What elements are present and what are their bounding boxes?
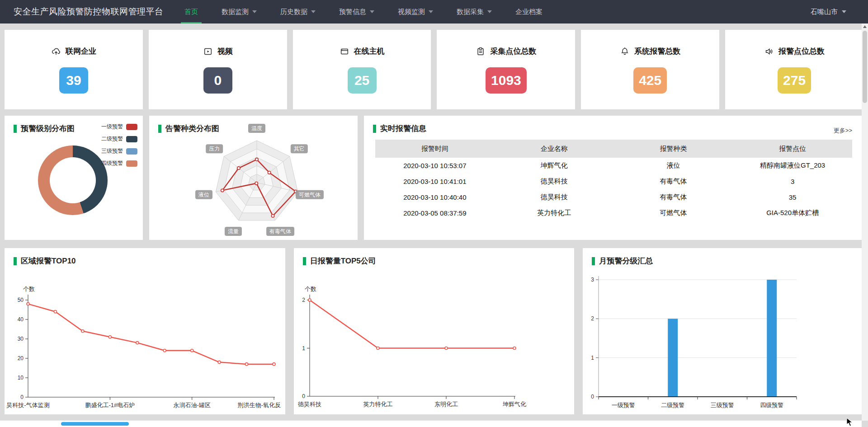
donut-legend: 一级预警二级预警三级预警四级预警 xyxy=(101,123,137,167)
bottom-row: 区域报警TOP10 01020304050个数昊科技-气体监测鹏盛化工-1#电石… xyxy=(5,248,863,414)
region-selector[interactable]: 石嘴山市 xyxy=(811,0,868,23)
radar-axis-label: 液位 xyxy=(195,190,212,199)
svg-text:液位: 液位 xyxy=(198,192,209,198)
nav-item[interactable]: 企业档案 xyxy=(504,0,554,23)
chevron-down-icon xyxy=(311,10,316,13)
bar-二级预警[interactable] xyxy=(668,319,678,397)
vertical-scroll-thumb[interactable] xyxy=(863,31,867,103)
legend-item[interactable]: 四级预警 xyxy=(101,160,137,167)
radar-axis-label: 有毒气体 xyxy=(266,227,294,236)
warning-level-panel: 预警级别分布图 一级预警二级预警三级预警四级预警 xyxy=(5,116,143,240)
table-cell: 35 xyxy=(733,189,852,205)
svg-text:德昊科技: 德昊科技 xyxy=(298,401,321,408)
chevron-down-icon xyxy=(370,10,374,13)
warning-level-donut-chart[interactable] xyxy=(38,145,108,215)
horizontal-scrollbar[interactable] xyxy=(0,420,862,427)
svg-text:0: 0 xyxy=(591,394,594,400)
svg-text:1: 1 xyxy=(302,345,305,352)
stat-card-head: 视频 xyxy=(203,46,233,56)
stat-card: 报警点位总数275 xyxy=(725,30,863,109)
nav-item[interactable]: 数据采集 xyxy=(445,0,504,23)
speaker-icon xyxy=(764,47,774,56)
table-cell: 2020-03-10 10:41:01 xyxy=(375,174,495,189)
stat-value-badge: 25 xyxy=(348,67,377,94)
stat-label: 联网企业 xyxy=(66,46,96,56)
alarm-col-header: 报警时间 xyxy=(375,140,495,158)
stat-label: 系统报警总数 xyxy=(634,46,680,56)
radar-axis-label: 可燃气体 xyxy=(296,190,324,199)
svg-text:温度: 温度 xyxy=(251,125,262,131)
svg-text:个数: 个数 xyxy=(23,286,35,292)
title-accent-bar xyxy=(14,125,17,133)
legend-label: 一级预警 xyxy=(101,123,123,131)
stat-card-head: 联网企业 xyxy=(51,46,96,56)
legend-label: 二级预警 xyxy=(101,135,123,143)
vertical-scrollbar[interactable] xyxy=(862,23,868,421)
nav-menu: 首页数据监测历史数据预警信息视频监测数据采集企业档案 xyxy=(173,0,554,23)
stat-value-badge: 425 xyxy=(633,67,667,94)
alarm-table: 报警时间企业名称报警种类报警点位 2020-03-10 10:53:07坤辉气化… xyxy=(375,140,852,221)
table-cell: 有毒气体 xyxy=(614,189,733,205)
nav-item-label: 视频监测 xyxy=(398,8,425,16)
nav-item-label: 预警信息 xyxy=(339,8,366,16)
nav-item[interactable]: 历史数据 xyxy=(269,0,327,23)
table-row[interactable]: 2020-03-10 10:53:07坤辉气化液位精醇南罐液位GT_203 xyxy=(375,158,852,174)
stat-value-badge: 0 xyxy=(203,67,232,94)
nav-item[interactable]: 数据监测 xyxy=(210,0,269,23)
stat-card: 视频0 xyxy=(149,30,287,109)
nav-item-label: 数据采集 xyxy=(457,8,484,16)
realtime-alarm-panel: 实时报警信息 更多>> 报警时间企业名称报警种类报警点位 2020-03-10 … xyxy=(364,116,863,240)
svg-text:二级预警: 二级预警 xyxy=(661,402,685,408)
clipboard-icon xyxy=(476,47,486,56)
alarm-table-body: 2020-03-10 10:53:07坤辉气化液位精醇南罐液位GT_203202… xyxy=(375,158,852,221)
stat-label: 采集点位总数 xyxy=(490,46,536,56)
nav-item-label: 首页 xyxy=(184,8,198,16)
chevron-down-icon xyxy=(487,10,492,13)
table-cell: 有毒气体 xyxy=(614,174,733,189)
svg-text:0: 0 xyxy=(20,394,24,400)
nav-item[interactable]: 首页 xyxy=(173,0,210,23)
horizontal-scroll-thumb[interactable] xyxy=(61,422,129,426)
table-cell: 可燃气体 xyxy=(614,205,733,221)
svg-text:有毒气体: 有毒气体 xyxy=(269,228,291,235)
stats-row: 联网企业39视频0在线主机25采集点位总数1093系统报警总数425报警点位总数… xyxy=(5,30,863,109)
stat-card: 在线主机25 xyxy=(293,30,431,109)
bar-四级预警[interactable] xyxy=(767,280,777,397)
region-top10-line-chart[interactable]: 01020304050个数昊科技-气体监测鹏盛化工-1#电石炉永润石油-罐区荆洪… xyxy=(5,248,283,414)
svg-text:一级预警: 一级预警 xyxy=(612,402,635,408)
legend-label: 三级预警 xyxy=(101,147,123,155)
legend-swatch xyxy=(126,148,137,155)
stat-card-head: 采集点位总数 xyxy=(476,46,536,56)
table-row[interactable]: 2020-03-05 08:37:59英力特化工可燃气体GIA-520单体贮槽 xyxy=(375,205,852,221)
table-row[interactable]: 2020-03-10 10:41:01德昊科技有毒气体3 xyxy=(375,174,852,189)
stat-label: 视频 xyxy=(217,46,233,56)
alarm-type-radar-chart[interactable]: 温度其它可燃气体有毒气体流量液位压力 xyxy=(149,116,358,240)
svg-text:压力: 压力 xyxy=(209,145,220,152)
legend-item[interactable]: 三级预警 xyxy=(101,147,137,155)
table-cell: 2020-03-10 10:53:07 xyxy=(375,158,495,174)
table-cell: 2020-03-10 10:40:40 xyxy=(375,189,495,205)
nav-item[interactable]: 视频监测 xyxy=(386,0,445,23)
chevron-down-icon xyxy=(252,10,257,13)
scroll-up-icon[interactable] xyxy=(863,25,867,28)
svg-text:四级预警: 四级预警 xyxy=(760,402,784,408)
daily-top5-panel: 日报警量TOP5公司 012个数德昊科技英力特化工东明化工坤辉气化 xyxy=(294,248,575,414)
more-link[interactable]: 更多>> xyxy=(834,127,852,135)
stat-card: 采集点位总数1093 xyxy=(437,30,575,109)
svg-text:流量: 流量 xyxy=(228,228,239,235)
stat-card: 联网企业39 xyxy=(5,30,143,109)
video-icon xyxy=(203,47,213,56)
table-row[interactable]: 2020-03-10 10:40:40德昊科技有毒气体35 xyxy=(375,189,852,205)
nav-item[interactable]: 预警信息 xyxy=(327,0,386,23)
legend-swatch xyxy=(126,160,137,167)
monthly-level-bar-chart[interactable]: 0123一级预警二级预警三级预警四级预警 xyxy=(583,248,865,414)
svg-text:0: 0 xyxy=(302,393,305,399)
legend-item[interactable]: 一级预警 xyxy=(101,123,137,131)
legend-item[interactable]: 二级预警 xyxy=(101,135,137,143)
middle-row: 预警级别分布图 一级预警二级预警三级预警四级预警 告警种类分布图 温度其它可燃气… xyxy=(5,116,863,240)
svg-text:永润石油-罐区: 永润石油-罐区 xyxy=(173,402,210,408)
legend-label: 四级预警 xyxy=(101,160,123,167)
svg-text:坤辉气化: 坤辉气化 xyxy=(502,401,526,408)
monitor-icon xyxy=(340,47,349,56)
daily-top5-line-chart[interactable]: 012个数德昊科技英力特化工东明化工坤辉气化 xyxy=(294,248,573,414)
